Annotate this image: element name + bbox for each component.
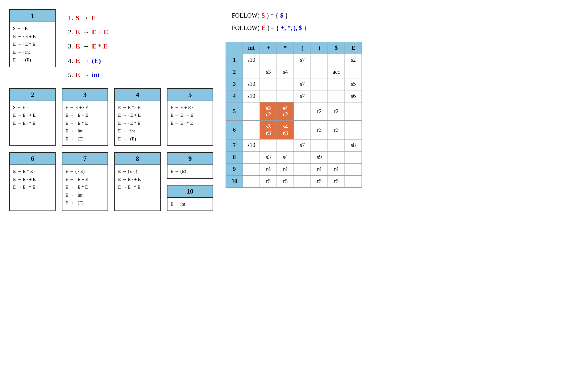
td-8-E bbox=[345, 151, 362, 163]
td-4-star bbox=[277, 90, 294, 102]
table-row-10: 10 r5 r5 r5 r5 bbox=[226, 175, 362, 187]
td-4-rparen bbox=[311, 90, 328, 102]
td-3-dollar bbox=[328, 78, 345, 90]
td-9-star: r4 bbox=[277, 163, 294, 175]
state-5-item-1: E → E · + E bbox=[171, 111, 209, 119]
td-4-dollar bbox=[328, 90, 345, 102]
state-2-item-0: S → E · bbox=[13, 104, 52, 112]
follow-E-paren: ) = { bbox=[267, 22, 279, 34]
td-6-star: s4r3 bbox=[277, 121, 294, 139]
state-7-header: 7 bbox=[62, 153, 108, 165]
prod-4: 4. E → (E) bbox=[68, 54, 108, 68]
td-state-8: 8 bbox=[226, 151, 243, 163]
upper-area: 1 S → · E E → · E + E E → · E * E E → · … bbox=[9, 9, 213, 82]
th-E: E bbox=[345, 42, 362, 54]
states-row-2: 2 S → E · E → E · + E E → E · * E 3 E → … bbox=[9, 88, 213, 146]
td-5-lparen bbox=[294, 102, 311, 121]
td-9-plus: r4 bbox=[260, 163, 277, 175]
td-1-plus bbox=[260, 54, 277, 66]
td-3-plus bbox=[260, 78, 277, 90]
th-rparen: ) bbox=[311, 42, 328, 54]
table-row-8: 8 s3 s4 s9 bbox=[226, 151, 362, 163]
state-2-header: 2 bbox=[10, 89, 55, 101]
td-1-E: s2 bbox=[345, 54, 362, 66]
state-6-item-0: E → E * E · bbox=[13, 168, 52, 176]
td-state-7: 7 bbox=[226, 139, 243, 151]
state-6-item-1: E → E · + E bbox=[13, 176, 52, 184]
prod-5-lhs: E bbox=[76, 68, 80, 82]
prod-5: 5. E → int bbox=[68, 68, 108, 82]
follow-E-set: +, *, ), $ bbox=[281, 22, 302, 34]
td-8-dollar bbox=[328, 151, 345, 163]
follow-E-end: } bbox=[304, 22, 307, 34]
state-3-item-0: E → E + · E bbox=[66, 104, 104, 112]
th-dollar: $ bbox=[328, 42, 345, 54]
state-9: 9 E → (E) · bbox=[167, 152, 213, 179]
state-4-item-1: E → · E + E bbox=[118, 111, 157, 119]
td-9-E bbox=[345, 163, 362, 175]
state-8-item-2: E → E · * E bbox=[118, 183, 157, 191]
td-4-lparen: s7 bbox=[294, 90, 311, 102]
prod-3-num: 3. bbox=[68, 39, 73, 53]
td-3-star bbox=[277, 78, 294, 90]
state-4-item-4: E → · (E) bbox=[118, 135, 157, 143]
td-state-6: 6 bbox=[226, 121, 243, 139]
td-1-lparen: s7 bbox=[294, 54, 311, 66]
state-1-item-0: S → · E bbox=[13, 25, 52, 33]
td-5-star: s4r2 bbox=[277, 102, 294, 121]
state-5-header: 5 bbox=[167, 89, 213, 101]
table-row-5: 5 s3r2 s4r2 r2 r2 bbox=[226, 102, 362, 121]
states-row-3: 6 E → E * E · E → E · + E E → E · * E 7 … bbox=[9, 152, 213, 211]
state-3-item-2: E → · E * E bbox=[66, 119, 104, 127]
state-5-item-2: E → E · * E bbox=[171, 119, 209, 127]
td-state-1: 1 bbox=[226, 54, 243, 66]
td-5-int bbox=[243, 102, 260, 121]
td-state-9: 9 bbox=[226, 163, 243, 175]
state-3-header: 3 bbox=[62, 89, 108, 101]
td-3-lparen: s7 bbox=[294, 78, 311, 90]
productions: 1. S → E 2. E → E + E 3. E → E * E bbox=[68, 11, 108, 82]
states-9-10: 9 E → (E) · 10 E → int · bbox=[167, 152, 213, 211]
td-8-star: s4 bbox=[277, 151, 294, 163]
td-7-dollar bbox=[328, 139, 345, 151]
follow-E-line: FOLLOW(E) = { +, *, ), $ } bbox=[232, 22, 362, 34]
td-2-int bbox=[243, 66, 260, 78]
prod-4-num: 4. bbox=[68, 54, 73, 68]
td-10-star: r5 bbox=[277, 175, 294, 187]
state-7-item-4: E → · (E) bbox=[66, 199, 104, 207]
th-state bbox=[226, 42, 243, 54]
prod-3-arrow: → bbox=[82, 39, 89, 53]
prod-3-lhs: E bbox=[76, 39, 80, 53]
td-7-E: s8 bbox=[345, 139, 362, 151]
td-10-plus: r5 bbox=[260, 175, 277, 187]
state-2: 2 S → E · E → E · + E E → E · * E bbox=[9, 88, 56, 146]
state-9-header: 9 bbox=[167, 153, 213, 165]
state-9-item-0: E → (E) · bbox=[171, 168, 209, 176]
table-row-3: 3 s10 s7 s5 bbox=[226, 78, 362, 90]
state-8-item-1: E → E · + E bbox=[118, 176, 157, 184]
state-4: 4 E → E * · E E → · E + E E → · E * E E … bbox=[114, 88, 161, 146]
td-6-plus: s3r3 bbox=[260, 121, 277, 139]
state-6-body: E → E * E · E → E · + E E → E · * E bbox=[10, 165, 55, 194]
state-3-item-4: E → · (E) bbox=[66, 135, 104, 143]
state-8-item-0: E → (E · ) bbox=[118, 168, 157, 176]
follow-E-label: FOLLOW( bbox=[232, 22, 260, 34]
td-3-rparen bbox=[311, 78, 328, 90]
prod-4-rhs: (E) bbox=[92, 54, 101, 68]
td-8-lparen bbox=[294, 151, 311, 163]
prod-1-num: 1. bbox=[68, 11, 73, 25]
state-10-header: 10 bbox=[167, 185, 213, 198]
state-6: 6 E → E * E · E → E · + E E → E · * E bbox=[9, 152, 56, 211]
prod-5-rhs: int bbox=[92, 68, 100, 82]
state-8-header: 8 bbox=[115, 153, 160, 165]
td-state-4: 4 bbox=[226, 90, 243, 102]
td-7-plus bbox=[260, 139, 277, 151]
follow-E-var: E bbox=[261, 22, 265, 34]
td-5-plus: s3r2 bbox=[260, 102, 277, 121]
td-4-int: s10 bbox=[243, 90, 260, 102]
td-2-E bbox=[345, 66, 362, 78]
state-4-item-2: E → · E * E bbox=[118, 119, 157, 127]
td-2-lparen bbox=[294, 66, 311, 78]
state-3-body: E → E + · E E → · E + E E → · E * E E → … bbox=[62, 101, 108, 146]
state-5-item-0: E → E + E · bbox=[171, 104, 209, 112]
